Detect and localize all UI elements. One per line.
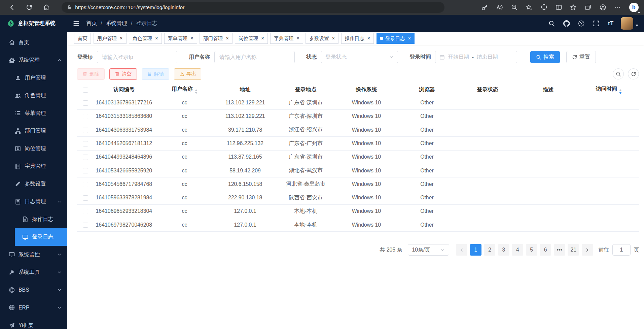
favorites-icon[interactable] (567, 1, 580, 14)
tab-dept-management[interactable]: 部门管理× (200, 33, 232, 44)
user-name-input[interactable] (214, 51, 295, 63)
browser-profile-icon[interactable] (597, 1, 609, 14)
browser-menu-icon[interactable] (612, 1, 624, 14)
help-icon[interactable] (576, 19, 586, 28)
font-size-icon[interactable]: tT (606, 19, 616, 28)
reset-button[interactable]: 重置 (566, 51, 596, 63)
breadcrumb-home[interactable]: 首页 (86, 20, 97, 27)
fullscreen-icon[interactable] (591, 19, 601, 28)
browser-home-icon[interactable] (40, 1, 53, 14)
refresh-table-button[interactable] (628, 68, 639, 79)
row-checkbox[interactable] (83, 141, 88, 146)
sort-carets-icon[interactable] (195, 89, 198, 94)
sidebar-item-post-management[interactable]: 岗位管理 (0, 140, 67, 157)
page-size-select[interactable]: 10条/页 (408, 244, 449, 256)
row-checkbox[interactable] (83, 182, 88, 187)
sidebar-toggle-icon[interactable] (73, 20, 80, 27)
unlock-button[interactable]: 解锁 (142, 68, 169, 80)
tab-param-settings[interactable]: 参数设置× (306, 33, 338, 44)
sidebar-item-system-monitor[interactable]: 系统监控 (0, 246, 67, 263)
close-tab-icon[interactable]: × (155, 36, 158, 41)
row-checkbox[interactable] (83, 114, 88, 119)
tab-role-management[interactable]: 角色管理× (129, 33, 162, 44)
next-page-button[interactable] (582, 244, 593, 256)
collections-icon[interactable] (582, 1, 595, 14)
browser-refresh-icon[interactable] (23, 1, 35, 14)
login-ip-input[interactable] (97, 51, 177, 63)
site-info-lock-icon[interactable] (67, 5, 72, 10)
user-icon (15, 75, 21, 81)
row-checkbox[interactable] (83, 100, 88, 106)
page-button-1[interactable]: 1 (470, 244, 481, 256)
page-button-21[interactable]: 21 (568, 244, 579, 256)
login-time-range-picker[interactable]: 开始日期 - 结束日期 (435, 51, 517, 63)
row-checkbox[interactable] (83, 128, 88, 133)
close-tab-icon[interactable]: × (226, 36, 229, 41)
sidebar-item-login-log[interactable]: 登录日志 (15, 228, 67, 245)
sidebar-item-user-management[interactable]: 用户管理 (0, 69, 67, 87)
tab-login-log[interactable]: 登录日志× (377, 33, 415, 44)
close-tab-icon[interactable]: × (367, 36, 370, 41)
sidebar-item-erp[interactable]: ERP (0, 299, 67, 316)
page-button-2[interactable]: 2 (484, 244, 495, 256)
select-all-checkbox[interactable] (83, 88, 88, 93)
tab-post-management[interactable]: 岗位管理× (235, 33, 268, 44)
goto-page-input[interactable] (612, 244, 631, 256)
sidebar-item-role-management[interactable]: 角色管理 (0, 87, 67, 104)
page-button-4[interactable]: 4 (512, 244, 523, 256)
delete-button[interactable]: 删除 (77, 68, 104, 80)
tab-operation-log[interactable]: 操作日志× (341, 33, 374, 44)
more-pages-button[interactable]: ••• (554, 244, 565, 256)
tab-dict-management[interactable]: 字典管理× (270, 33, 303, 44)
tab-home[interactable]: 首页 (74, 33, 91, 44)
page-button-3[interactable]: 3 (498, 244, 509, 256)
copilot-icon[interactable]: b (627, 1, 641, 14)
tab-menu-management[interactable]: 菜单管理× (164, 33, 197, 44)
close-tab-icon[interactable]: × (261, 36, 264, 41)
close-tab-icon[interactable]: × (120, 36, 123, 41)
sidebar-item-system-tools[interactable]: 系统工具 (0, 263, 67, 281)
row-checkbox[interactable] (83, 168, 88, 173)
address-bar[interactable]: https://ccnetcore.com:1101/system/log/lo… (62, 2, 444, 13)
row-checkbox[interactable] (83, 223, 88, 228)
github-icon[interactable] (562, 19, 571, 28)
page-button-5[interactable]: 5 (526, 244, 537, 256)
sidebar-item-bbs[interactable]: BBS (0, 281, 67, 299)
close-tab-icon[interactable]: × (296, 36, 299, 41)
sidebar-item-home[interactable]: 首页 (0, 34, 67, 51)
extensions-icon[interactable] (538, 1, 550, 14)
page-button-6[interactable]: 6 (540, 244, 551, 256)
header-search-icon[interactable] (547, 19, 557, 28)
sidebar-item-log-management[interactable]: 日志管理 (0, 193, 67, 210)
user-avatar[interactable] (621, 17, 633, 30)
add-favorite-icon[interactable] (523, 1, 535, 14)
row-checkbox[interactable] (83, 195, 88, 201)
sidebar-item-param-settings[interactable]: 参数设置 (0, 175, 67, 193)
app-logo[interactable]: 意框架管理系统 (0, 15, 67, 32)
breadcrumb-system-management[interactable]: 系统管理 (106, 20, 127, 27)
sidebar-item-operation-log[interactable]: 操作日志 (0, 210, 67, 228)
close-tab-icon[interactable]: × (190, 36, 193, 41)
close-tab-icon[interactable]: × (408, 36, 411, 41)
sidebar-item-dict-management[interactable]: 字典管理 (0, 157, 67, 175)
search-button[interactable]: 搜索 (530, 51, 560, 63)
sidebar-item-dept-management[interactable]: 部门管理 (0, 122, 67, 140)
sidebar-item-yi-framework[interactable]: Yi框架 (0, 317, 67, 329)
row-checkbox[interactable] (83, 209, 88, 214)
clear-button[interactable]: 清空 (109, 68, 137, 80)
row-checkbox[interactable] (83, 155, 88, 160)
sidebar-item-system-management[interactable]: 系统管理 (0, 52, 67, 69)
read-aloud-icon[interactable] (493, 1, 506, 14)
password-manager-icon[interactable] (478, 1, 491, 14)
toggle-search-button[interactable] (613, 68, 624, 79)
browser-back-icon[interactable] (6, 1, 18, 14)
split-screen-icon[interactable] (552, 1, 565, 14)
zoom-icon[interactable] (508, 1, 521, 14)
tab-user-management[interactable]: 用户管理× (94, 33, 127, 44)
sort-carets-icon[interactable] (619, 89, 622, 94)
export-button[interactable]: 导出 (174, 68, 201, 80)
sidebar-item-menu-management[interactable]: 菜单管理 (0, 104, 67, 122)
prev-page-button[interactable] (456, 244, 467, 256)
close-tab-icon[interactable]: × (332, 36, 335, 41)
status-select[interactable]: 登录状态 (321, 51, 398, 63)
